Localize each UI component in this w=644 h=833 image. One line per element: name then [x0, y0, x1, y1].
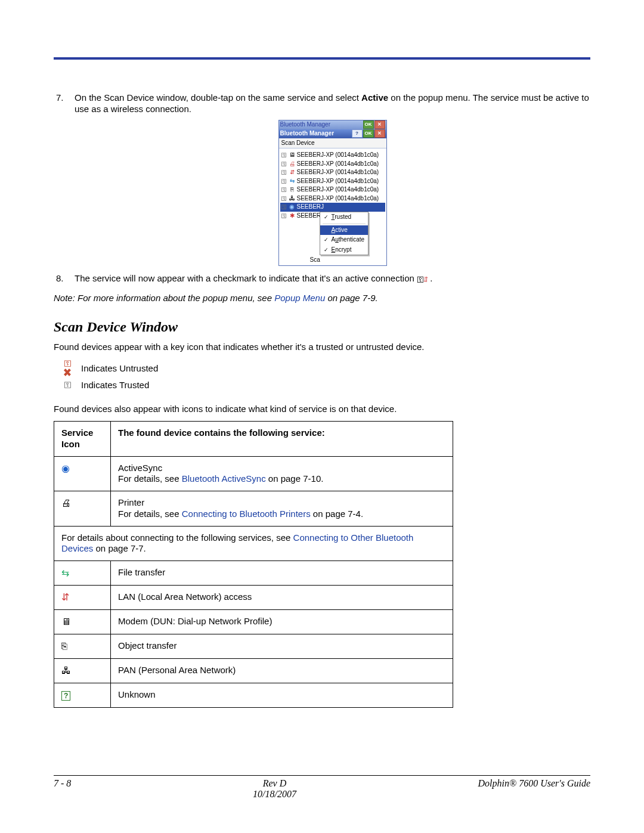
note: Note: For more information about the pop… [54, 293, 590, 304]
table-header-row: Service Icon The found device contains t… [54, 422, 453, 457]
printer-cell: Printer For details, see Connecting to B… [111, 491, 453, 527]
step-7-strong: Active [361, 92, 388, 103]
outer-title: Bluetooth Manager [280, 121, 331, 129]
file-transfer-icon: ⇆ [54, 561, 111, 586]
para-2: Found devices also appear with icons to … [54, 404, 590, 415]
inner-ok-button[interactable]: OK [363, 129, 374, 138]
menu-authenticate[interactable]: Authenticate [320, 235, 368, 245]
menu-encrypt[interactable]: Encrypt [320, 245, 368, 255]
scan-device-tab[interactable]: Scan Device [279, 138, 386, 149]
sca-label: Sca [310, 256, 320, 263]
trusted-key-icon: ⚿ [62, 380, 73, 390]
pan-icon: 🖧 [54, 659, 111, 683]
printer-icon: 🖨 [54, 491, 111, 527]
menu-active[interactable]: Active [320, 225, 368, 236]
step-8-text-a: The service will now appear with a check… [75, 273, 417, 283]
note-link[interactable]: Popup Menu [274, 293, 325, 303]
step-8-text-b: . [430, 273, 432, 283]
section-heading: Scan Device Window [54, 318, 590, 336]
lan-icon: ⇵ [54, 586, 111, 610]
page: On the Scan Device window, double-tap on… [0, 0, 644, 833]
active-connection-icon: ⚿⇵ [417, 275, 428, 284]
device-list: 🖥SEEBERJ-XP (0014a4db1c0a) 🖨SEEBERJ-XP (… [279, 148, 386, 221]
table-row: 🖧 PAN (Personal Area Network) [54, 659, 453, 683]
steps-list: On the Scan Device window, double-tap on… [54, 92, 590, 284]
object-transfer-cell: Object transfer [111, 634, 453, 659]
step-7-text-a: On the Scan Device window, double-tap on… [75, 92, 361, 103]
th-service-desc: The found device contains the following … [111, 422, 453, 457]
step-7: On the Scan Device window, double-tap on… [54, 92, 590, 266]
lan-cell: LAN (Local Area Network) access [111, 586, 453, 610]
bluetooth-manager-screenshot: Bluetooth Manager OK ✕ Bluetooth Manager… [278, 120, 387, 266]
context-menu: TTrustedrusted Active Authenticate Encry… [320, 212, 369, 255]
page-footer: 7 - 8 Rev D 10/18/2007 Dolphin® 7600 Use… [54, 775, 590, 800]
modem-cell: Modem (DUN: Dial-up Network Profile) [111, 610, 453, 634]
list-item[interactable]: ⇵SEEBERJ-XP (0014a4db1c0a) [280, 168, 385, 177]
file-transfer-cell: File transfer [111, 561, 453, 586]
untrusted-key-icon: ⚿✖ [62, 359, 73, 379]
step-8: The service will now appear with a check… [54, 273, 590, 284]
list-item[interactable]: 🖧SEEBERJ-XP (0014a4db1c0a) [280, 194, 385, 203]
table-row: ? Unknown [54, 683, 453, 708]
outer-ok-button[interactable]: OK [363, 120, 374, 129]
table-row: ⇆ File transfer [54, 561, 453, 586]
table-row: ⎘ Object transfer [54, 634, 453, 659]
legend-trusted: ⚿ Indicates Trusted [62, 380, 590, 391]
footer-rev: Rev D [263, 778, 287, 788]
footer-date: 10/18/2007 [253, 789, 296, 799]
inner-titlebar: Bluetooth Manager ? OK ✕ [279, 129, 386, 138]
th-service-icon: Service Icon [54, 422, 111, 457]
unknown-icon: ? [54, 683, 111, 708]
footer-guide: Dolphin® 7600 User's Guide [478, 778, 590, 800]
body-text: On the Scan Device window, double-tap on… [54, 92, 590, 708]
connecting-note-cell: For details about connecting to the foll… [54, 526, 453, 561]
legend-trusted-label: Indicates Trusted [81, 380, 149, 391]
menu-trusted[interactable]: TTrustedrusted [320, 212, 368, 222]
table-row: ⇵ LAN (Local Area Network) access [54, 586, 453, 610]
pan-cell: PAN (Personal Area Network) [111, 659, 453, 683]
outer-titlebar: Bluetooth Manager OK ✕ [279, 120, 386, 129]
note-lead: Note: For more information about the pop… [54, 293, 274, 303]
inner-close-button[interactable]: ✕ [374, 129, 385, 138]
link-bt-activesync[interactable]: Bluetooth ActiveSync [182, 473, 266, 484]
list-item[interactable]: 🖥SEEBERJ-XP (0014a4db1c0a) [280, 151, 385, 160]
list-item[interactable]: ⇆SEEBERJ-XP (0014a4db1c0a) [280, 177, 385, 186]
help-button[interactable]: ? [352, 129, 363, 138]
list-item[interactable]: ⎘SEEBERJ-XP (0014a4db1c0a) [280, 185, 385, 194]
modem-icon: 🖥 [54, 610, 111, 634]
note-tail: on page 7-9. [325, 293, 377, 303]
link-bt-printers[interactable]: Connecting to Bluetooth Printers [182, 509, 311, 519]
footer-page-num: 7 - 8 [54, 778, 71, 800]
inner-title: Bluetooth Manager [280, 130, 335, 138]
unknown-cell: Unknown [111, 683, 453, 708]
outer-close-button[interactable]: ✕ [374, 120, 385, 129]
legend-untrusted: ⚿✖ Indicates Untrusted [62, 359, 590, 379]
table-row: 🖥 Modem (DUN: Dial-up Network Profile) [54, 610, 453, 634]
top-rule [54, 57, 590, 60]
table-row: For details about connecting to the foll… [54, 526, 453, 561]
list-item[interactable]: 🖨SEEBERJ-XP (0014a4db1c0a) [280, 160, 385, 169]
table-row: ◉ ActiveSync For details, see Bluetooth … [54, 456, 453, 491]
para-1: Found devices appear with a key icon tha… [54, 342, 590, 353]
service-icon-table: Service Icon The found device contains t… [54, 421, 453, 708]
table-row: 🖨 Printer For details, see Connecting to… [54, 491, 453, 527]
activesync-cell: ActiveSync For details, see Bluetooth Ac… [111, 456, 453, 491]
list-item-selected[interactable]: ◉SEEBERJ [280, 203, 385, 212]
legend-untrusted-label: Indicates Untrusted [81, 363, 158, 374]
activesync-icon: ◉ [54, 456, 111, 491]
object-transfer-icon: ⎘ [54, 634, 111, 659]
